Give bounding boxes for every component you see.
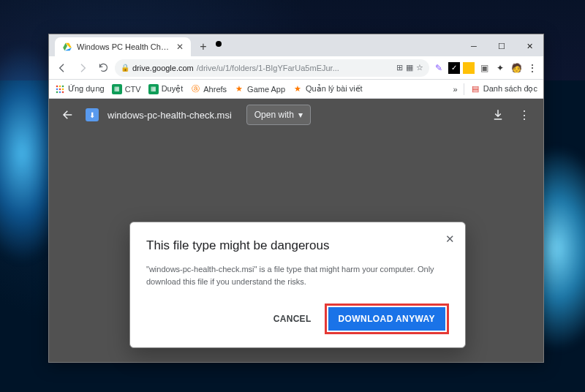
minimize-button[interactable]: ─ [460,36,488,56]
svg-point-11 [62,91,64,93]
bookmark-item[interactable]: ★Quản lý bài viết [292,84,363,94]
tab-title: Windows PC Health Check - Goo [77,42,172,51]
svg-point-5 [62,85,64,87]
reading-list-label: Danh sách đọc [483,84,537,94]
divider [464,83,464,95]
bookmark-label: Duyệt [162,84,184,94]
back-button[interactable] [53,59,71,77]
bookmark-label: Game App [247,85,285,94]
close-window-button[interactable]: ✕ [516,36,543,56]
apps-shortcut[interactable]: Ứng dụng [55,84,105,94]
dialog-body: "windows-pc-health-check.msi" is a file … [146,263,449,287]
drive-favicon [62,42,72,52]
browser-window: Windows PC Health Check - Goo ✕ + ─ ☐ ✕ … [48,34,544,363]
svg-point-10 [59,91,61,93]
bookmarks-bar: Ứng dụng ▦CTV ▦Duyệt ⓐAhrefs ★Game App ★… [49,80,543,99]
extension-icon[interactable]: ✓ [448,62,460,74]
cancel-button[interactable]: CANCEL [271,308,314,330]
bookmark-label: CTV [125,85,141,94]
svg-point-3 [56,85,58,87]
url-host: drive.google.com [132,64,194,72]
svg-point-7 [59,88,61,90]
profile-avatar[interactable]: 🧑 [510,61,523,75]
bookmark-item[interactable]: ⓐAhrefs [190,84,227,94]
download-anyway-button[interactable]: DOWNLOAD ANYWAY [328,307,445,331]
reading-list-button[interactable]: ▤ Danh sách đọc [470,84,537,94]
reload-button[interactable] [94,59,112,77]
download-warning-dialog: ✕ This file type might be dangerous "win… [129,222,466,348]
address-bar[interactable]: 🔒 drive.google.com /drive/u/1/folders/1-… [115,59,429,77]
browser-menu-icon[interactable]: ⋮ [526,61,539,75]
close-tab-icon[interactable]: ✕ [176,42,184,52]
recording-indicator-icon [216,41,222,47]
highlight-box: DOWNLOAD ANYWAY [325,304,449,334]
dialog-actions: CANCEL DOWNLOAD ANYWAY [146,304,449,334]
bookmark-item[interactable]: ★Game App [234,84,285,94]
bookmark-item[interactable]: ▦CTV [112,84,141,94]
extension-icon[interactable] [463,62,475,74]
url-path: /drive/u/1/folders/1-BIgYFarUa5mEJur... [197,64,339,72]
bookmarks-overflow-icon[interactable]: » [453,85,458,94]
reading-list-icon: ▤ [470,84,480,94]
qr-icon[interactable]: ▦ [406,63,413,72]
extensions-menu-icon[interactable]: ✦ [494,61,507,75]
bookmark-item[interactable]: ▦Duyệt [148,84,184,94]
maximize-button[interactable]: ☐ [488,36,516,56]
browser-tab[interactable]: Windows PC Health Check - Goo ✕ [55,37,191,56]
apps-label: Ứng dụng [68,84,105,94]
svg-point-8 [62,88,64,90]
bookmark-label: Quản lý bài viết [306,84,363,94]
extension-icon[interactable]: ✎ [432,61,445,75]
star-icon: ★ [292,84,303,94]
sheets-icon: ▦ [148,84,159,94]
svg-point-6 [56,88,58,90]
dialog-title: This file type might be dangerous [146,238,449,253]
svg-point-9 [56,91,58,93]
close-dialog-button[interactable]: ✕ [445,233,455,246]
browser-toolbar: 🔒 drive.google.com /drive/u/1/folders/1-… [49,56,543,80]
translate-icon[interactable]: ⊞ [396,63,403,72]
extension-icon[interactable]: ▣ [478,61,491,75]
new-tab-button[interactable]: + [195,39,211,55]
star-icon[interactable]: ☆ [416,63,423,72]
window-controls: ─ ☐ ✕ [460,36,543,56]
star-icon: ★ [234,84,244,94]
bookmark-label: Ahrefs [203,85,227,94]
sheets-icon: ▦ [112,84,122,94]
extension-icons: ✎ ✓ ▣ ✦ 🧑 ⋮ [432,61,539,75]
apps-icon [55,84,65,94]
forward-button[interactable] [74,59,91,77]
ahrefs-icon: ⓐ [190,84,200,94]
drive-file-viewer: ⬇ windows-pc-health-check.msi Open with … [49,99,543,362]
svg-point-4 [59,85,61,87]
tab-strip: Windows PC Health Check - Goo ✕ + ─ ☐ ✕ [49,34,543,56]
lock-icon: 🔒 [121,64,129,72]
